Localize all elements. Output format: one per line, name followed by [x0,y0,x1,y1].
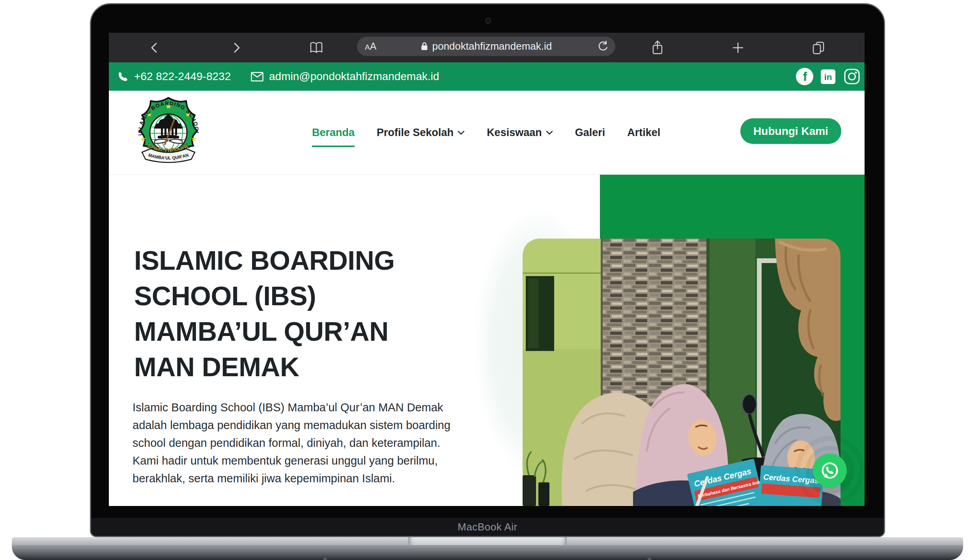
tabs-icon [811,41,826,55]
whatsapp-icon [820,460,840,481]
book-icon [309,41,323,54]
back-button[interactable] [148,41,161,54]
webcam-dot [485,18,491,24]
plus-icon [731,41,745,54]
site-header: ★ ★ ★ ★ ★ ★ ISLAMIC BOARDING SCHOOL [109,91,865,175]
chevron-down-icon [546,131,553,135]
hero-photo-illustration: Cerdas Cergas Berbahasa dan Bersastra In… [523,239,841,506]
instagram-link[interactable] [843,62,861,91]
logo-star: ★ [165,96,172,98]
lock-icon [420,41,428,52]
nav-item-beranda[interactable]: Beranda [312,127,355,139]
hero-title: ISLAMIC BOARDING SCHOOL (IBS) MAMBA’UL Q… [134,243,497,385]
nav-label: Galeri [575,127,605,139]
main-nav: Beranda Profile Sekolah Kesiswaan Galeri… [312,91,660,175]
nav-item-kesiswaan[interactable]: Kesiswaan [487,127,553,139]
facebook-icon: f [796,67,814,86]
linkedin-link[interactable]: in [820,62,836,91]
logo-star: ★ [191,135,196,143]
nav-item-profile-sekolah[interactable]: Profile Sekolah [377,127,465,139]
nav-label: Kesiswaan [487,127,542,139]
forward-chevron-icon [230,41,243,54]
email-link[interactable]: admin@pondoktahfizmandemak.id [251,62,439,91]
svg-text:in: in [824,72,832,82]
hero-title-line: MAMBA’UL QUR’AN [134,314,497,349]
contact-cta-button[interactable]: Hubungi Kami [740,118,841,144]
reload-button[interactable] [596,40,609,54]
forward-button[interactable] [230,41,243,54]
phone-link[interactable]: +62 822-2449-8232 [118,62,231,91]
linkedin-icon: in [820,69,836,85]
whatsapp-button[interactable] [813,454,847,487]
hero-title-line: ISLAMIC BOARDING [134,243,497,278]
safari-toolbar: AA pondoktahfizmandemak.id [109,33,865,62]
svg-text:f: f [803,69,807,84]
browser-viewport: AA pondoktahfizmandemak.id [109,33,865,506]
hero-photo: Cerdas Cergas Berbahasa dan Bersastra In… [523,239,841,506]
hero-section: Cerdas Cergas Berbahasa dan Bersastra In… [109,175,865,506]
tab-overview-button[interactable] [811,41,826,55]
laptop-chin: MacBook Air [91,518,884,536]
base-screw [648,558,651,560]
reload-icon [596,40,609,53]
laptop-base-body [12,545,963,560]
macbook-mockup: MacBook Air AA pondoktahfizmandemak.id [0,0,975,560]
nav-item-galeri[interactable]: Galeri [575,127,605,139]
facebook-link[interactable]: f [796,62,814,91]
hero-description: Islamic Boarding School (IBS) Mamba’ul Q… [133,399,466,487]
base-screw [323,558,327,560]
reading-list-button[interactable] [309,41,323,54]
hero-title-line: MAN DEMAK [134,349,497,385]
url-text: pondoktahfizmandemak.id [432,40,552,52]
address-bar[interactable]: AA pondoktahfizmandemak.id [357,37,615,56]
contact-topbar: +62 822-2449-8232 admin@pondoktahfizmand… [109,62,865,91]
phone-icon [118,71,129,82]
school-logo[interactable]: ★ ★ ★ ★ ★ ★ ISLAMIC BOARDING SCHOOL [127,96,210,168]
nav-label: Beranda [312,127,355,139]
logo-star: ★ [140,135,146,143]
chevron-down-icon [458,131,465,135]
back-chevron-icon [148,41,161,54]
email-address: admin@pondoktahfizmandemak.id [269,70,439,83]
instagram-icon [843,68,861,85]
share-button[interactable] [650,39,665,56]
phone-number: +62 822-2449-8232 [134,70,231,83]
device-label: MacBook Air [458,521,517,533]
hero-title-line: SCHOOL (IBS) [134,278,497,314]
new-tab-button[interactable] [731,41,745,54]
envelope-icon [251,72,263,82]
nav-label: Artikel [627,127,660,139]
share-icon [650,39,665,56]
nav-item-artikel[interactable]: Artikel [627,127,660,139]
laptop-base [12,537,963,560]
nav-label: Profile Sekolah [377,127,454,139]
text-size-button[interactable]: AA [365,41,376,52]
